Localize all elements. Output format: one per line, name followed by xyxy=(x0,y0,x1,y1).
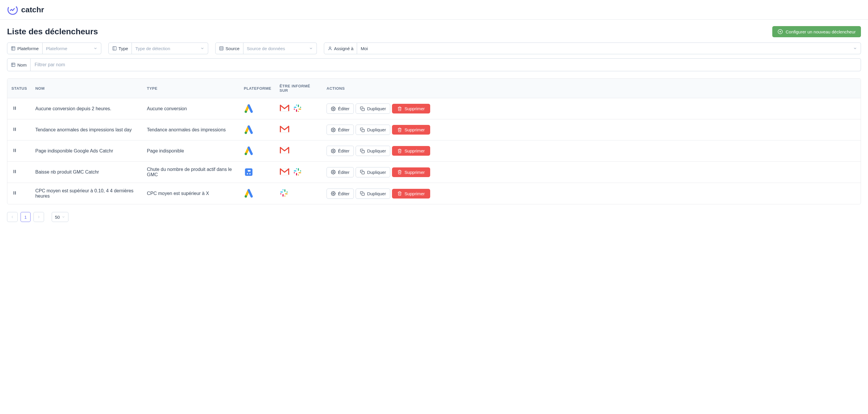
logo[interactable]: catchr xyxy=(7,4,44,15)
type-filter-select[interactable]: Type de détection xyxy=(132,42,208,54)
source-filter-label: Source xyxy=(215,42,243,54)
table-row: Baisse nb produit GMC CatchrChute du nom… xyxy=(7,162,861,183)
svg-rect-26 xyxy=(362,108,364,111)
chevron-down-icon xyxy=(853,46,857,50)
col-name: NOM xyxy=(31,78,143,98)
col-status: STATUS xyxy=(7,78,31,98)
google-ads-icon xyxy=(244,104,271,114)
plus-circle-icon xyxy=(778,29,783,34)
duplicate-button[interactable]: Dupliquer xyxy=(355,125,390,135)
svg-point-25 xyxy=(333,108,334,109)
pagination: 1 50 xyxy=(7,212,861,222)
svg-rect-20 xyxy=(294,107,297,108)
copy-icon xyxy=(360,149,365,153)
svg-point-52 xyxy=(294,172,295,173)
svg-point-53 xyxy=(333,172,334,173)
edit-button[interactable]: Éditer xyxy=(327,104,354,114)
name-filter-input[interactable] xyxy=(31,58,861,71)
page-prev-button[interactable] xyxy=(7,212,18,222)
page-size-select[interactable]: 50 xyxy=(52,212,68,222)
svg-rect-45 xyxy=(298,168,299,171)
logo-text: catchr xyxy=(21,5,44,14)
slack-icon xyxy=(293,167,302,176)
svg-point-65 xyxy=(280,193,282,195)
google-merchant-icon xyxy=(244,167,271,177)
svg-point-15 xyxy=(245,110,247,113)
col-platform: PLATEFORME xyxy=(240,78,275,98)
trigger-name: Tendance anormales des impressions last … xyxy=(31,119,143,140)
edit-button[interactable]: Éditer xyxy=(327,146,354,156)
duplicate-button[interactable]: Dupliquer xyxy=(355,146,390,156)
delete-button[interactable]: Supprimer xyxy=(392,146,430,156)
resize-icon xyxy=(11,63,16,67)
google-ads-icon xyxy=(244,125,271,135)
platform-filter-label: Plateforme xyxy=(7,42,42,54)
gear-icon xyxy=(331,149,336,153)
trigger-type: Page indisponible xyxy=(143,140,240,162)
trigger-type: Tendance anormales des impressions xyxy=(143,119,240,140)
pause-icon xyxy=(11,148,18,153)
trigger-name: CPC moyen est supérieur à 0.10, 4 4 dern… xyxy=(31,183,143,204)
delete-button[interactable]: Supprimer xyxy=(392,189,430,199)
google-ads-icon xyxy=(244,188,271,199)
database-icon xyxy=(219,46,224,51)
type-filter-label: Type xyxy=(108,42,132,54)
svg-point-63 xyxy=(287,192,288,193)
gear-icon xyxy=(331,106,336,111)
svg-rect-47 xyxy=(296,173,297,175)
col-type: TYPE xyxy=(143,78,240,98)
col-actions: ACTIONS xyxy=(322,78,861,98)
chevron-down-icon xyxy=(309,46,313,50)
page-number-button[interactable]: 1 xyxy=(21,212,31,222)
svg-rect-41 xyxy=(245,168,252,176)
user-icon xyxy=(328,46,332,51)
svg-rect-8 xyxy=(220,47,223,50)
svg-point-24 xyxy=(294,108,295,110)
trigger-type: Chute du nombre de produit actif dans le… xyxy=(143,162,240,183)
trash-icon xyxy=(397,149,402,153)
source-filter-select[interactable]: Source de données xyxy=(243,42,317,54)
configure-trigger-button[interactable]: Configurer un nouveau déclencheur xyxy=(772,26,861,37)
app-header: catchr xyxy=(0,0,868,20)
svg-point-64 xyxy=(284,196,285,197)
edit-button[interactable]: Éditer xyxy=(327,167,354,177)
copy-icon xyxy=(360,191,365,196)
chevron-right-icon xyxy=(37,215,41,219)
slack-icon xyxy=(293,104,302,113)
delete-button[interactable]: Supprimer xyxy=(392,104,430,113)
svg-rect-48 xyxy=(294,170,297,172)
svg-rect-60 xyxy=(282,194,284,197)
configure-trigger-label: Configurer un nouveau déclencheur xyxy=(786,29,856,34)
pause-icon xyxy=(11,106,18,110)
delete-button[interactable]: Supprimer xyxy=(392,167,430,177)
svg-point-42 xyxy=(247,173,248,174)
edit-button[interactable]: Éditer xyxy=(327,125,354,135)
copy-icon xyxy=(360,128,365,132)
delete-button[interactable]: Supprimer xyxy=(392,125,430,135)
trash-icon xyxy=(397,128,402,132)
pause-icon xyxy=(11,127,18,132)
table-row: CPC moyen est supérieur à 0.10, 4 4 dern… xyxy=(7,183,861,204)
svg-point-29 xyxy=(245,132,247,134)
svg-rect-54 xyxy=(362,172,364,174)
assigned-filter-select[interactable]: Moi xyxy=(357,42,861,54)
trigger-name: Aucune conversion depuis 2 heures. xyxy=(31,98,143,119)
page-next-button[interactable] xyxy=(33,212,44,222)
resize-icon xyxy=(11,46,16,51)
duplicate-button[interactable]: Dupliquer xyxy=(355,104,390,114)
svg-rect-18 xyxy=(299,108,301,110)
trigger-name: Baisse nb produit GMC Catchr xyxy=(31,162,143,183)
svg-rect-46 xyxy=(299,172,301,173)
gear-icon xyxy=(331,170,336,174)
duplicate-button[interactable]: Dupliquer xyxy=(355,188,390,199)
edit-button[interactable]: Éditer xyxy=(327,188,354,199)
svg-point-0 xyxy=(7,4,18,15)
svg-rect-61 xyxy=(280,192,283,193)
svg-point-22 xyxy=(300,107,301,108)
logo-mark-icon xyxy=(7,4,18,15)
svg-rect-58 xyxy=(284,189,285,192)
duplicate-button[interactable]: Dupliquer xyxy=(355,167,390,177)
svg-point-23 xyxy=(298,111,299,112)
platform-filter-select[interactable]: Plateforme xyxy=(42,42,101,54)
table-row: Tendance anormales des impressions last … xyxy=(7,119,861,140)
